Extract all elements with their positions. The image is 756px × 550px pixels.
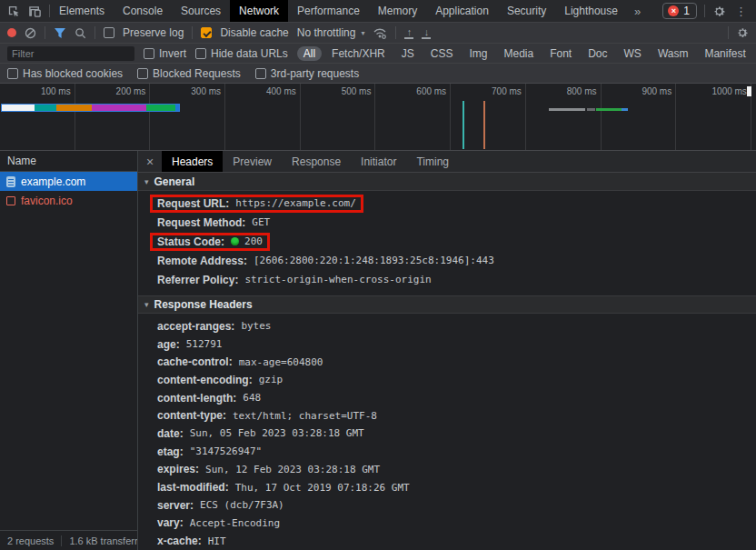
main-tab[interactable]: Network — [230, 0, 288, 22]
export-har-icon[interactable]: ↓ — [422, 27, 431, 39]
header-value: https://example.com/ — [235, 197, 355, 209]
general-section-title: General — [154, 175, 195, 188]
resource-type-chip[interactable]: Doc — [582, 46, 613, 61]
search-icon[interactable] — [75, 27, 86, 39]
detail-tab[interactable]: Timing — [406, 151, 459, 172]
detail-tab[interactable]: Headers — [162, 151, 223, 172]
header-row: cache-control: max-age=604800 — [157, 353, 756, 371]
header-row: server: ECS (dcb/7F3A) — [157, 496, 756, 515]
disable-cache-checkbox[interactable] — [201, 27, 212, 38]
resource-type-chip[interactable]: CSS — [424, 46, 460, 61]
resource-type-chip[interactable]: Fetch/XHR — [325, 46, 392, 61]
network-settings-gear-icon[interactable] — [736, 26, 749, 39]
header-value: 200 — [244, 235, 263, 247]
main-tab[interactable]: Memory — [369, 0, 426, 22]
record-button[interactable] — [7, 28, 16, 37]
preserve-log-label: Preserve log — [123, 26, 184, 39]
timeline-tick: 1000 ms — [676, 84, 751, 150]
header-name: Referrer Policy: — [157, 274, 238, 286]
main-tab[interactable]: Elements — [50, 0, 114, 22]
import-har-icon[interactable]: ↑ — [404, 27, 413, 39]
header-row-content: Request URL: https://example.com/ — [150, 195, 363, 213]
timeline-tick: 800 ms — [526, 84, 602, 150]
resource-type-chip[interactable]: JS — [395, 46, 421, 61]
detail-tab[interactable]: Initiator — [351, 151, 406, 172]
timeline-tick: 400 ms — [225, 84, 301, 150]
resource-type-chips: All Fetch/XHR JS CSS Img Media Font Doc … — [297, 46, 756, 61]
devtools-window: Elements Console Sources Network Perform… — [0, 0, 756, 550]
header-value: gzip — [259, 374, 284, 385]
preserve-log-checkbox[interactable] — [104, 27, 114, 38]
filter-input[interactable] — [7, 46, 134, 61]
general-section-header[interactable]: ▾ General — [138, 173, 756, 191]
header-row: x-cache: HIT — [157, 532, 756, 550]
response-headers-section-header[interactable]: ▾ Response Headers — [138, 295, 756, 314]
header-value: Sun, 05 Feb 2023 03:28:18 GMT — [190, 427, 364, 439]
invert-checkbox[interactable] — [144, 48, 154, 59]
favicon-waterfall-download — [622, 108, 628, 111]
resource-type-chip[interactable]: All — [297, 46, 322, 61]
resource-type-chip[interactable]: Font — [543, 46, 578, 61]
resource-type-chip[interactable]: Manifest — [698, 46, 751, 61]
main-tab[interactable]: Lighthouse — [555, 0, 627, 22]
error-count: 1 — [683, 5, 690, 17]
header-value: max-age=604800 — [239, 356, 323, 368]
disable-cache-label: Disable cache — [220, 26, 288, 39]
third-party-requests-label: 3rd-party requests — [271, 67, 359, 80]
blocked-requests-checkbox[interactable] — [137, 68, 148, 79]
hide-data-urls-checkbox[interactable] — [195, 48, 206, 59]
close-icon[interactable]: × — [138, 151, 162, 172]
divider — [94, 26, 95, 39]
device-toolbar-icon[interactable] — [28, 5, 42, 18]
header-row: etag: "3147526947" — [157, 443, 756, 461]
header-name: last-modified: — [157, 481, 229, 494]
name-column-header[interactable]: Name — [0, 151, 137, 172]
headers-content: ▾ General Request URL: https://example.c… — [138, 173, 756, 550]
header-row: content-length: 648 — [157, 389, 756, 407]
detail-tab[interactable]: Response — [282, 151, 351, 172]
triangle-down-icon: ▾ — [144, 177, 149, 186]
error-count-badge[interactable]: × 1 — [662, 3, 697, 19]
header-row: age: 512791 — [157, 335, 756, 354]
network-conditions-icon[interactable] — [373, 27, 387, 39]
header-value: 512791 — [186, 338, 223, 350]
main-tab[interactable]: Performance — [288, 0, 369, 22]
has-blocked-cookies-checkbox[interactable] — [7, 68, 18, 79]
network-overview-timeline[interactable]: 100 ms 200 ms 300 ms 400 ms 500 ms 600 m… — [0, 84, 756, 151]
settings-gear-icon[interactable] — [712, 5, 726, 18]
resource-type-chip[interactable]: Img — [463, 46, 493, 61]
main-tab[interactable]: Security — [498, 0, 555, 22]
main-tab[interactable]: Sources — [172, 0, 230, 22]
request-row[interactable]: favicon.ico — [0, 191, 137, 210]
header-name: accept-ranges: — [157, 320, 234, 333]
domcontentloaded-marker — [463, 101, 464, 149]
detail-tab[interactable]: Preview — [223, 151, 282, 172]
inspect-element-icon[interactable] — [7, 5, 21, 18]
blocked-requests-label: Blocked Requests — [153, 67, 241, 80]
more-tabs-chevron-icon[interactable]: » — [627, 0, 648, 22]
request-row[interactable]: example.com — [0, 172, 137, 191]
overview-scroll-handle[interactable] — [747, 86, 751, 96]
kebab-menu-icon[interactable]: ⋮ — [733, 5, 749, 18]
header-name: Status Code: — [157, 235, 224, 248]
header-name: date: — [157, 427, 184, 440]
main-tab[interactable]: Application — [426, 0, 498, 22]
third-party-requests-checkbox[interactable] — [255, 68, 266, 79]
header-name: Request Method: — [157, 216, 245, 229]
resource-type-chip[interactable]: WS — [618, 46, 648, 61]
header-name: x-cache: — [157, 535, 202, 547]
header-name: content-encoding: — [157, 374, 253, 386]
filter-bar: Invert Hide data URLs All Fetch/XHR JS C… — [0, 44, 756, 64]
requests-panel: Name example.com favicon.ico 2 requests … — [0, 151, 138, 550]
header-row: Request Method: GET — [157, 213, 756, 232]
main-tab[interactable]: Console — [114, 0, 172, 22]
throttling-dropdown[interactable]: No throttling ▾ — [297, 26, 365, 39]
resource-type-chip[interactable]: Media — [497, 46, 540, 61]
resource-type-chip[interactable]: Wasm — [652, 46, 695, 61]
favicon-waterfall-ttfb — [596, 108, 622, 111]
filter-funnel-icon[interactable] — [54, 27, 66, 39]
clear-log-icon[interactable] — [25, 27, 36, 39]
divider — [395, 26, 396, 39]
request-name: favicon.ico — [21, 195, 73, 207]
chevron-down-icon: ▾ — [361, 29, 364, 37]
